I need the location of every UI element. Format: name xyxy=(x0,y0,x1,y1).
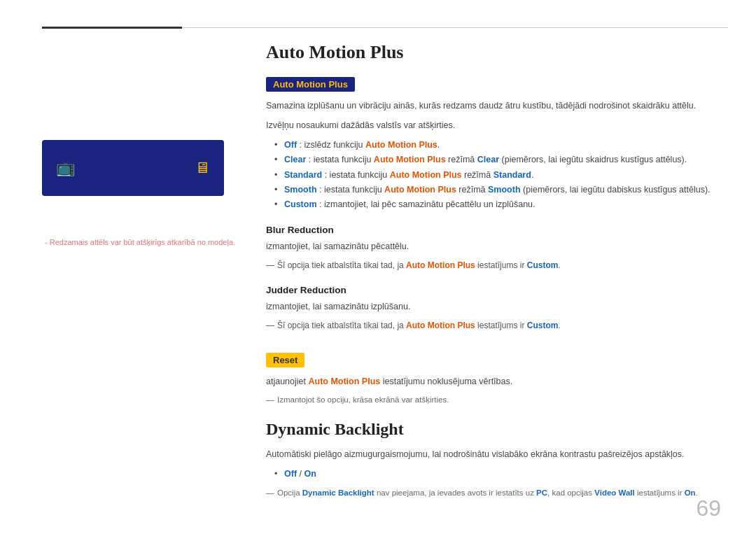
tv-right-icon: 🖥 xyxy=(195,159,210,177)
sidebar-note: Redzamais attēls var būt atšķirīgs atkar… xyxy=(42,238,238,246)
bullet-standard-highlight1: Auto Motion Plus xyxy=(390,170,462,180)
bullet-off-label: Off xyxy=(284,140,297,150)
dynamic-backlight-bullets: Off / On xyxy=(266,467,721,482)
page-number: 69 xyxy=(696,496,721,521)
amp-bullet-list: Off : izslēdz funkciju Auto Motion Plus.… xyxy=(266,138,721,212)
judder-reduction-title: Judder Reduction xyxy=(266,285,721,295)
bullet-off: Off : izslēdz funkciju Auto Motion Plus. xyxy=(274,138,721,153)
dynamic-backlight-section: Dynamic Backlight Automātiski pielāgo ai… xyxy=(266,420,721,500)
bullet-clear-label: Clear xyxy=(284,155,306,164)
auto-motion-plus-section: Auto Motion Plus Samazina izplūšanu un v… xyxy=(266,77,721,212)
judder-note-highlight1: Auto Motion Plus xyxy=(406,321,475,330)
db-note-highlight3: Video Wall xyxy=(594,489,635,497)
auto-motion-plus-label: Auto Motion Plus xyxy=(266,77,355,92)
bullet-standard-label: Standard xyxy=(284,170,322,180)
tv-left-icon: 📺 xyxy=(56,159,75,177)
blur-reduction-text: izmantojiet, lai samazinātu pēcattēlu. xyxy=(266,239,721,253)
blur-note-highlight1: Auto Motion Plus xyxy=(406,260,475,270)
judder-reduction-note: Šī opcija tiek atbalstīta tikai tad, ja … xyxy=(266,319,721,332)
reset-highlight: Auto Motion Plus xyxy=(308,377,380,386)
amp-description2: Izvēļņu nosaukumi dažādās valstīs var at… xyxy=(266,118,721,132)
amp-description1: Samazina izplūšanu un vibrāciju ainās, k… xyxy=(266,99,721,113)
top-line-light xyxy=(182,27,728,28)
reset-label: Reset xyxy=(266,353,304,367)
blur-reduction-note: Šī opcija tiek atbalstīta tikai tad, ja … xyxy=(266,259,721,272)
judder-reduction-text: izmantojiet, lai samazinātu izplūšanu. xyxy=(266,300,721,314)
blur-note-highlight2: Custom xyxy=(527,260,559,270)
bullet-custom-label: Custom xyxy=(284,199,317,209)
bullet-custom: Custom : izmantojiet, lai pēc samazinātu… xyxy=(274,197,721,212)
bullet-clear-highlight2: Clear xyxy=(477,155,499,164)
db-off-label: Off xyxy=(284,469,297,479)
bullet-smooth-highlight1: Auto Motion Plus xyxy=(384,185,456,195)
judder-reduction-section: Judder Reduction izmantojiet, lai samazi… xyxy=(266,285,721,332)
bullet-smooth: Smooth : iestata funkciju Auto Motion Pl… xyxy=(274,183,721,197)
bullet-smooth-highlight2: Smooth xyxy=(488,185,521,195)
reset-note: Izmantojot šo opciju, krāsa ekrānā var a… xyxy=(266,394,721,406)
top-line-dark xyxy=(42,27,182,29)
bullet-off-highlight: Auto Motion Plus xyxy=(365,140,438,150)
reset-section: Reset atjaunojiet Auto Motion Plus iesta… xyxy=(266,346,721,406)
dynamic-backlight-title: Dynamic Backlight xyxy=(266,420,721,439)
bullet-off-on: Off / On xyxy=(274,467,721,482)
dynamic-backlight-note: Opcija Dynamic Backlight nav pieejama, j… xyxy=(266,487,721,499)
bullet-clear: Clear : iestata funkciju Auto Motion Plu… xyxy=(274,153,721,167)
main-content: Auto Motion Plus Auto Motion Plus Samazi… xyxy=(266,42,721,506)
db-note-highlight2: PC xyxy=(536,489,547,497)
db-on-label: On xyxy=(304,469,316,479)
reset-text: atjaunojiet Auto Motion Plus iestatījumu… xyxy=(266,374,721,388)
bullet-standard-highlight2: Standard xyxy=(493,170,531,180)
top-decorative-lines xyxy=(0,27,756,29)
sidebar: 📺 🖥 Redzamais attēls var būt atšķirīgs a… xyxy=(42,42,238,492)
db-note-highlight1: Dynamic Backlight xyxy=(302,489,374,497)
dynamic-backlight-description: Automātiski pielāgo aizmugurgaismojumu, … xyxy=(266,447,721,461)
page-title: Auto Motion Plus xyxy=(266,42,721,63)
bullet-smooth-label: Smooth xyxy=(284,185,317,195)
bullet-standard: Standard : iestata funkciju Auto Motion … xyxy=(274,168,721,183)
judder-note-highlight2: Custom xyxy=(527,321,559,330)
tv-illustration: 📺 🖥 xyxy=(42,140,224,196)
bullet-clear-highlight1: Auto Motion Plus xyxy=(374,155,446,164)
db-note-highlight4: On xyxy=(685,489,696,497)
blur-reduction-title: Blur Reduction xyxy=(266,225,721,235)
blur-reduction-section: Blur Reduction izmantojiet, lai samazinā… xyxy=(266,225,721,272)
